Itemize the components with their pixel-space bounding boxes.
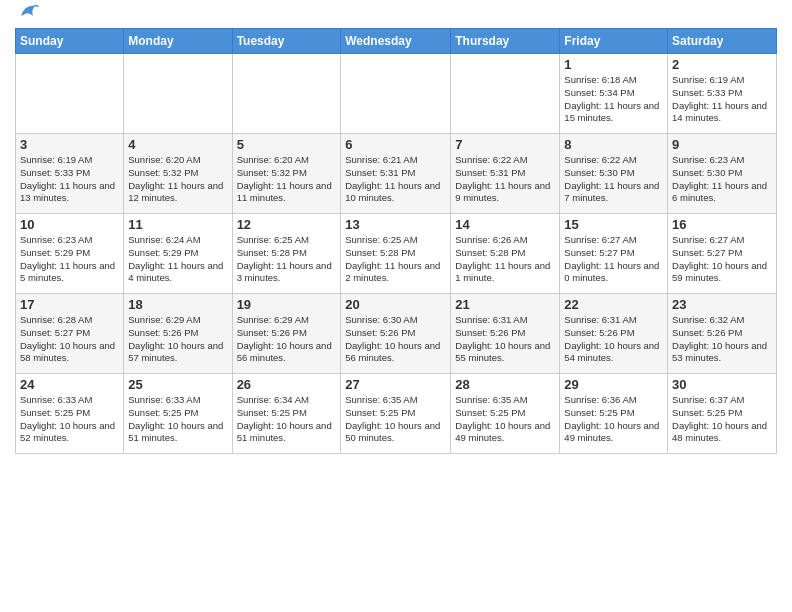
day-info: Sunrise: 6:31 AM Sunset: 5:26 PM Dayligh… <box>455 314 555 365</box>
calendar-cell: 12Sunrise: 6:25 AM Sunset: 5:28 PM Dayli… <box>232 214 341 294</box>
day-info: Sunrise: 6:27 AM Sunset: 5:27 PM Dayligh… <box>672 234 772 285</box>
header <box>15 10 777 20</box>
day-info: Sunrise: 6:29 AM Sunset: 5:26 PM Dayligh… <box>128 314 227 365</box>
calendar-table: SundayMondayTuesdayWednesdayThursdayFrid… <box>15 28 777 454</box>
week-row-3: 10Sunrise: 6:23 AM Sunset: 5:29 PM Dayli… <box>16 214 777 294</box>
calendar-cell <box>341 54 451 134</box>
calendar-cell: 24Sunrise: 6:33 AM Sunset: 5:25 PM Dayli… <box>16 374 124 454</box>
day-info: Sunrise: 6:30 AM Sunset: 5:26 PM Dayligh… <box>345 314 446 365</box>
day-info: Sunrise: 6:33 AM Sunset: 5:25 PM Dayligh… <box>128 394 227 445</box>
weekday-header-tuesday: Tuesday <box>232 29 341 54</box>
day-info: Sunrise: 6:33 AM Sunset: 5:25 PM Dayligh… <box>20 394 119 445</box>
week-row-2: 3Sunrise: 6:19 AM Sunset: 5:33 PM Daylig… <box>16 134 777 214</box>
day-number: 3 <box>20 137 119 152</box>
day-number: 29 <box>564 377 663 392</box>
day-number: 21 <box>455 297 555 312</box>
calendar-cell: 19Sunrise: 6:29 AM Sunset: 5:26 PM Dayli… <box>232 294 341 374</box>
calendar-cell: 17Sunrise: 6:28 AM Sunset: 5:27 PM Dayli… <box>16 294 124 374</box>
weekday-header-wednesday: Wednesday <box>341 29 451 54</box>
calendar-cell <box>232 54 341 134</box>
calendar-cell: 3Sunrise: 6:19 AM Sunset: 5:33 PM Daylig… <box>16 134 124 214</box>
day-number: 30 <box>672 377 772 392</box>
day-info: Sunrise: 6:22 AM Sunset: 5:30 PM Dayligh… <box>564 154 663 205</box>
day-number: 8 <box>564 137 663 152</box>
calendar-cell: 5Sunrise: 6:20 AM Sunset: 5:32 PM Daylig… <box>232 134 341 214</box>
day-info: Sunrise: 6:37 AM Sunset: 5:25 PM Dayligh… <box>672 394 772 445</box>
day-info: Sunrise: 6:25 AM Sunset: 5:28 PM Dayligh… <box>345 234 446 285</box>
calendar-cell <box>451 54 560 134</box>
calendar-cell: 11Sunrise: 6:24 AM Sunset: 5:29 PM Dayli… <box>124 214 232 294</box>
calendar-cell: 23Sunrise: 6:32 AM Sunset: 5:26 PM Dayli… <box>668 294 777 374</box>
day-info: Sunrise: 6:21 AM Sunset: 5:31 PM Dayligh… <box>345 154 446 205</box>
week-row-4: 17Sunrise: 6:28 AM Sunset: 5:27 PM Dayli… <box>16 294 777 374</box>
day-number: 28 <box>455 377 555 392</box>
calendar-cell: 9Sunrise: 6:23 AM Sunset: 5:30 PM Daylig… <box>668 134 777 214</box>
day-number: 6 <box>345 137 446 152</box>
day-number: 26 <box>237 377 337 392</box>
day-info: Sunrise: 6:26 AM Sunset: 5:28 PM Dayligh… <box>455 234 555 285</box>
day-number: 13 <box>345 217 446 232</box>
day-number: 9 <box>672 137 772 152</box>
weekday-header-sunday: Sunday <box>16 29 124 54</box>
day-number: 18 <box>128 297 227 312</box>
day-number: 20 <box>345 297 446 312</box>
calendar-cell: 14Sunrise: 6:26 AM Sunset: 5:28 PM Dayli… <box>451 214 560 294</box>
day-number: 15 <box>564 217 663 232</box>
day-number: 24 <box>20 377 119 392</box>
day-number: 10 <box>20 217 119 232</box>
day-number: 22 <box>564 297 663 312</box>
calendar-cell: 4Sunrise: 6:20 AM Sunset: 5:32 PM Daylig… <box>124 134 232 214</box>
day-info: Sunrise: 6:35 AM Sunset: 5:25 PM Dayligh… <box>345 394 446 445</box>
calendar-cell: 29Sunrise: 6:36 AM Sunset: 5:25 PM Dayli… <box>560 374 668 454</box>
day-info: Sunrise: 6:22 AM Sunset: 5:31 PM Dayligh… <box>455 154 555 205</box>
day-info: Sunrise: 6:34 AM Sunset: 5:25 PM Dayligh… <box>237 394 337 445</box>
day-number: 5 <box>237 137 337 152</box>
weekday-header-saturday: Saturday <box>668 29 777 54</box>
day-number: 25 <box>128 377 227 392</box>
weekday-header-friday: Friday <box>560 29 668 54</box>
day-number: 4 <box>128 137 227 152</box>
day-info: Sunrise: 6:20 AM Sunset: 5:32 PM Dayligh… <box>237 154 337 205</box>
day-info: Sunrise: 6:18 AM Sunset: 5:34 PM Dayligh… <box>564 74 663 125</box>
calendar-cell <box>16 54 124 134</box>
logo-bird-icon <box>17 2 39 20</box>
calendar-cell: 7Sunrise: 6:22 AM Sunset: 5:31 PM Daylig… <box>451 134 560 214</box>
day-info: Sunrise: 6:20 AM Sunset: 5:32 PM Dayligh… <box>128 154 227 205</box>
calendar-cell: 16Sunrise: 6:27 AM Sunset: 5:27 PM Dayli… <box>668 214 777 294</box>
day-number: 12 <box>237 217 337 232</box>
calendar-cell: 2Sunrise: 6:19 AM Sunset: 5:33 PM Daylig… <box>668 54 777 134</box>
day-number: 23 <box>672 297 772 312</box>
day-info: Sunrise: 6:31 AM Sunset: 5:26 PM Dayligh… <box>564 314 663 365</box>
calendar-cell: 30Sunrise: 6:37 AM Sunset: 5:25 PM Dayli… <box>668 374 777 454</box>
day-info: Sunrise: 6:19 AM Sunset: 5:33 PM Dayligh… <box>672 74 772 125</box>
calendar-cell: 1Sunrise: 6:18 AM Sunset: 5:34 PM Daylig… <box>560 54 668 134</box>
weekday-header-monday: Monday <box>124 29 232 54</box>
day-info: Sunrise: 6:23 AM Sunset: 5:29 PM Dayligh… <box>20 234 119 285</box>
weekday-header-thursday: Thursday <box>451 29 560 54</box>
day-info: Sunrise: 6:29 AM Sunset: 5:26 PM Dayligh… <box>237 314 337 365</box>
day-number: 16 <box>672 217 772 232</box>
calendar-cell: 8Sunrise: 6:22 AM Sunset: 5:30 PM Daylig… <box>560 134 668 214</box>
calendar-cell: 13Sunrise: 6:25 AM Sunset: 5:28 PM Dayli… <box>341 214 451 294</box>
day-info: Sunrise: 6:28 AM Sunset: 5:27 PM Dayligh… <box>20 314 119 365</box>
calendar-cell: 22Sunrise: 6:31 AM Sunset: 5:26 PM Dayli… <box>560 294 668 374</box>
calendar-cell: 25Sunrise: 6:33 AM Sunset: 5:25 PM Dayli… <box>124 374 232 454</box>
day-number: 17 <box>20 297 119 312</box>
day-info: Sunrise: 6:32 AM Sunset: 5:26 PM Dayligh… <box>672 314 772 365</box>
day-info: Sunrise: 6:23 AM Sunset: 5:30 PM Dayligh… <box>672 154 772 205</box>
day-number: 14 <box>455 217 555 232</box>
calendar-cell: 20Sunrise: 6:30 AM Sunset: 5:26 PM Dayli… <box>341 294 451 374</box>
day-info: Sunrise: 6:35 AM Sunset: 5:25 PM Dayligh… <box>455 394 555 445</box>
week-row-1: 1Sunrise: 6:18 AM Sunset: 5:34 PM Daylig… <box>16 54 777 134</box>
calendar-cell: 18Sunrise: 6:29 AM Sunset: 5:26 PM Dayli… <box>124 294 232 374</box>
day-number: 2 <box>672 57 772 72</box>
calendar-cell: 21Sunrise: 6:31 AM Sunset: 5:26 PM Dayli… <box>451 294 560 374</box>
day-number: 7 <box>455 137 555 152</box>
calendar-container: SundayMondayTuesdayWednesdayThursdayFrid… <box>0 0 792 459</box>
day-number: 19 <box>237 297 337 312</box>
day-info: Sunrise: 6:24 AM Sunset: 5:29 PM Dayligh… <box>128 234 227 285</box>
calendar-cell: 15Sunrise: 6:27 AM Sunset: 5:27 PM Dayli… <box>560 214 668 294</box>
week-row-5: 24Sunrise: 6:33 AM Sunset: 5:25 PM Dayli… <box>16 374 777 454</box>
day-number: 1 <box>564 57 663 72</box>
day-info: Sunrise: 6:27 AM Sunset: 5:27 PM Dayligh… <box>564 234 663 285</box>
